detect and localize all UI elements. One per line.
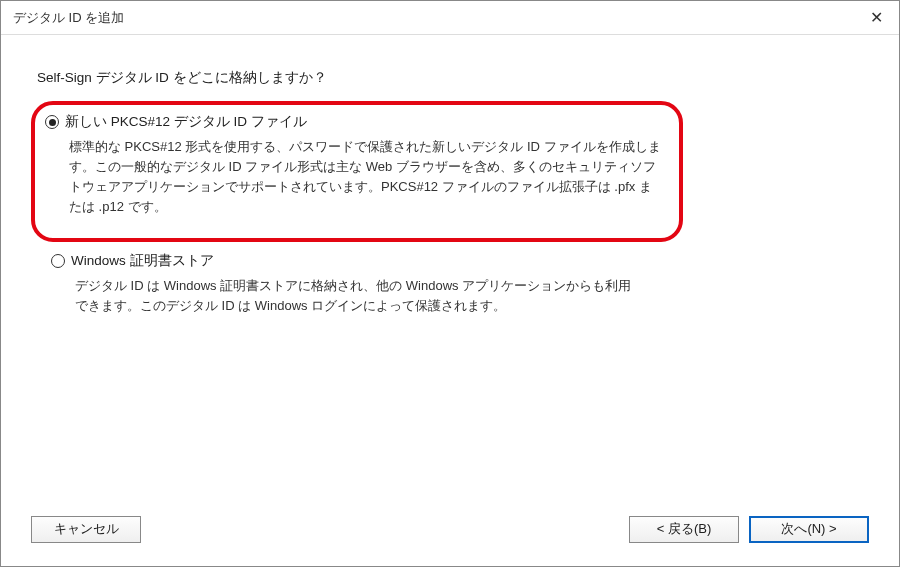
option-windows-label: Windows 証明書ストア (71, 252, 214, 270)
next-button-label: 次へ(N) > (781, 520, 836, 538)
dialog-footer: キャンセル < 戻る(B) 次へ(N) > (1, 508, 899, 566)
next-button[interactable]: 次へ(N) > (749, 516, 869, 543)
nav-button-group: < 戻る(B) 次へ(N) > (629, 516, 869, 543)
back-button-label: < 戻る(B) (657, 520, 712, 538)
option-windows-row[interactable]: Windows 証明書ストア (51, 252, 643, 270)
highlight-annotation: 新しい PKCS#12 デジタル ID ファイル 標準的な PKCS#12 形式… (31, 101, 683, 242)
option-windows-store[interactable]: Windows 証明書ストア デジタル ID は Windows 証明書ストアに… (51, 252, 643, 316)
radio-unselected-icon[interactable] (51, 254, 65, 268)
storage-question: Self-Sign デジタル ID をどこに格納しますか？ (37, 69, 863, 87)
option-windows-description: デジタル ID は Windows 証明書ストアに格納され、他の Windows… (75, 276, 643, 316)
cancel-button-label: キャンセル (54, 520, 119, 538)
dialog-content: Self-Sign デジタル ID をどこに格納しますか？ 新しい PKCS#1… (1, 35, 899, 508)
option-pkcs12-row[interactable]: 新しい PKCS#12 デジタル ID ファイル (45, 113, 663, 131)
close-icon: ✕ (870, 8, 883, 27)
option-pkcs12-label: 新しい PKCS#12 デジタル ID ファイル (65, 113, 307, 131)
option-pkcs12[interactable]: 新しい PKCS#12 デジタル ID ファイル 標準的な PKCS#12 形式… (45, 113, 663, 218)
close-button[interactable]: ✕ (853, 1, 899, 35)
option-pkcs12-description: 標準的な PKCS#12 形式を使用する、パスワードで保護された新しいデジタル … (69, 137, 663, 218)
titlebar-title: デジタル ID を追加 (13, 9, 124, 27)
back-button[interactable]: < 戻る(B) (629, 516, 739, 543)
titlebar: デジタル ID を追加 ✕ (1, 1, 899, 35)
dialog-window: デジタル ID を追加 ✕ Self-Sign デジタル ID をどこに格納しま… (0, 0, 900, 567)
radio-selected-icon[interactable] (45, 115, 59, 129)
cancel-button[interactable]: キャンセル (31, 516, 141, 543)
